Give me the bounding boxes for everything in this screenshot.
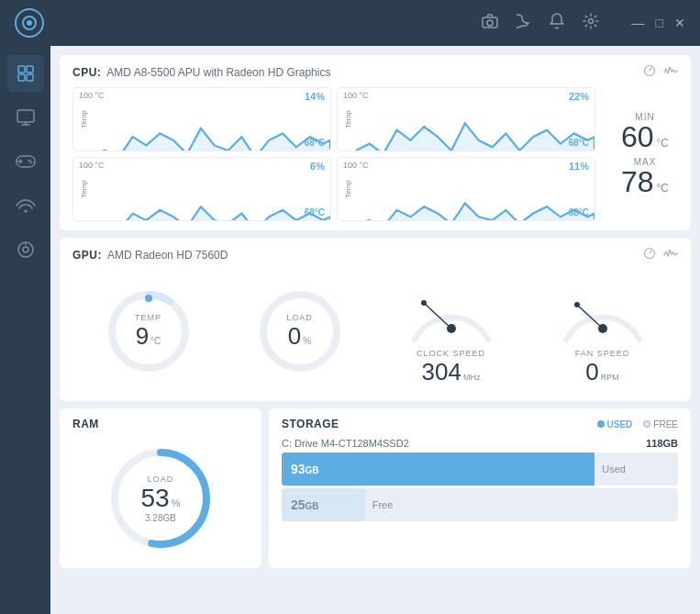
app-logo <box>15 8 44 38</box>
bell-icon[interactable] <box>550 13 564 33</box>
cpu-wave-icon[interactable] <box>663 64 678 80</box>
gpu-temp-value: 9 <box>136 321 149 350</box>
cpu-icons <box>643 64 678 80</box>
cpu-header: CPU: AMD A8-5500 APU with Radeon HD Grap… <box>72 64 678 80</box>
gpu-load-gauge: LOAD 0 % <box>254 285 346 377</box>
drive-name: C: Drive M4-CT128M4SSD2 <box>282 438 409 449</box>
cpu-graphs: 100 °C 14% Temp 68°C 100 °C 22% Temp <box>72 87 595 221</box>
graph1-axis: Temp <box>80 110 88 128</box>
sidebar-item-dashboard[interactable] <box>7 55 44 92</box>
gpu-wave-icon[interactable] <box>663 247 678 262</box>
drive-header: C: Drive M4-CT128M4SSD2 118GB <box>282 438 678 449</box>
storage-label: STORAGE <box>282 418 339 430</box>
title-bar: — □ ✕ <box>0 0 700 46</box>
gpu-clock-value: 304 <box>422 358 461 386</box>
gpu-title: AMD Radeon HD 7560D <box>107 249 228 262</box>
graph2-percent: 22% <box>569 91 589 102</box>
cpu-label: CPU: <box>72 66 101 79</box>
graph1-percent: 14% <box>305 91 325 102</box>
graph3-temp: 68°C <box>305 207 325 218</box>
storage-card: STORAGE USED FREE C: Drive <box>269 408 691 568</box>
drive-total: 118GB <box>646 438 678 449</box>
cpu-temp-info: MIN 60 °C MAX 78 °C <box>605 87 678 221</box>
ram-card: RAM LOAD 53 % <box>60 408 261 568</box>
graph2-axis: Temp <box>344 110 352 128</box>
settings-icon[interactable] <box>583 13 599 33</box>
titlebar-controls: — □ ✕ <box>482 13 685 33</box>
gpu-label: GPU: <box>72 249 102 262</box>
ram-label: RAM <box>72 418 99 430</box>
sidebar-item-network[interactable] <box>7 187 44 224</box>
drive-free-label: Free <box>365 499 397 510</box>
sidebar-item-monitor[interactable] <box>7 99 44 136</box>
gpu-clock-svg <box>406 275 497 344</box>
svg-point-12 <box>23 247 28 252</box>
drive-free-value: 25GB <box>291 497 319 512</box>
cpu-min-value: 60 <box>621 122 654 151</box>
gpu-card: GPU: AMD Radeon HD 7560D <box>60 238 691 401</box>
storage-legend: USED FREE <box>597 419 678 430</box>
storage-drive-0: C: Drive M4-CT128M4SSD2 118GB 93GB Used <box>282 438 678 521</box>
gpu-temp-gauge: TEMP 9 °C <box>103 285 194 377</box>
graph4-temp: 68°C <box>569 207 589 218</box>
gpu-load-value: 0 <box>288 321 301 350</box>
svg-point-25 <box>574 302 580 307</box>
svg-point-10 <box>24 210 27 213</box>
free-dot <box>643 420 650 428</box>
cpu-graph-3: 100 °C 6% Temp 68°C <box>72 157 331 221</box>
window-controls: — □ ✕ <box>632 16 685 30</box>
storage-header: STORAGE USED FREE <box>282 418 678 430</box>
drive-used-fill: 93GB <box>282 452 594 486</box>
graph1-max: 100 °C <box>79 91 105 100</box>
cpu-max-value: 78 <box>621 167 654 196</box>
graph3-svg <box>92 173 330 221</box>
drive-free-bg: 25GB Free <box>282 488 678 521</box>
legend-free: FREE <box>643 419 678 430</box>
graph1-svg <box>92 103 330 151</box>
gpu-fan-unit: RPM <box>601 373 619 382</box>
moon-icon[interactable] <box>517 14 531 32</box>
cpu-graph-4: 100 °C 11% Temp 68°C <box>337 157 595 221</box>
drive-free-fill: 25GB <box>282 488 365 521</box>
camera-icon[interactable] <box>482 14 498 32</box>
cpu-card: CPU: AMD A8-5500 APU with Radeon HD Grap… <box>60 55 691 230</box>
sidebar-item-disk[interactable] <box>7 231 44 268</box>
legend-used-label: USED <box>607 419 633 430</box>
drive-used-row: 93GB Used <box>282 452 678 486</box>
graph4-percent: 11% <box>569 161 589 172</box>
gpu-clock-wrap <box>406 275 497 349</box>
used-dot <box>597 420 605 428</box>
main-layout: CPU: AMD A8-5500 APU with Radeon HD Grap… <box>0 46 700 614</box>
minimize-button[interactable]: — <box>632 16 645 30</box>
drive-used-value: 93GB <box>291 462 319 476</box>
sidebar-item-gamepad[interactable] <box>7 143 44 180</box>
gpu-fan-value: 0 <box>585 358 598 386</box>
cpu-max-unit: °C <box>657 182 669 195</box>
gpu-fan-gauge: FAN SPEED 0 RPM <box>557 275 649 386</box>
graph2-temp: 68°C <box>569 138 589 148</box>
graph4-axis: Temp <box>344 180 352 198</box>
graph4-max: 100 °C <box>343 161 369 170</box>
gpu-load-label: LOAD <box>286 312 313 321</box>
drive-bars: 93GB Used 25GB Free <box>282 452 678 521</box>
maximize-button[interactable]: □ <box>656 16 663 30</box>
svg-point-13 <box>25 243 27 245</box>
legend-free-label: FREE <box>653 419 678 430</box>
gpu-gauge-icon[interactable] <box>643 247 656 262</box>
ram-gauge: LOAD 53 % 3.28GB <box>106 443 216 553</box>
svg-point-22 <box>421 300 427 306</box>
graph2-max: 100 °C <box>343 91 369 100</box>
gpu-load-unit: % <box>303 335 311 345</box>
graph3-axis: Temp <box>80 180 88 198</box>
graph3-max: 100 °C <box>79 161 105 170</box>
gpu-load-wrap: LOAD 0 % <box>254 285 346 377</box>
gpu-content: TEMP 9 °C <box>72 270 678 392</box>
svg-point-18 <box>145 295 152 302</box>
cpu-title: AMD A8-5500 APU with Radeon HD Graphics <box>106 66 330 79</box>
drive-free-row: 25GB Free <box>282 488 678 521</box>
drive-used-bg: 93GB Used <box>282 452 678 486</box>
close-button[interactable]: ✕ <box>674 16 685 30</box>
content-area: CPU: AMD A8-5500 APU with Radeon HD Grap… <box>50 46 700 614</box>
svg-point-3 <box>487 20 493 26</box>
cpu-gauge-icon[interactable] <box>643 64 656 80</box>
